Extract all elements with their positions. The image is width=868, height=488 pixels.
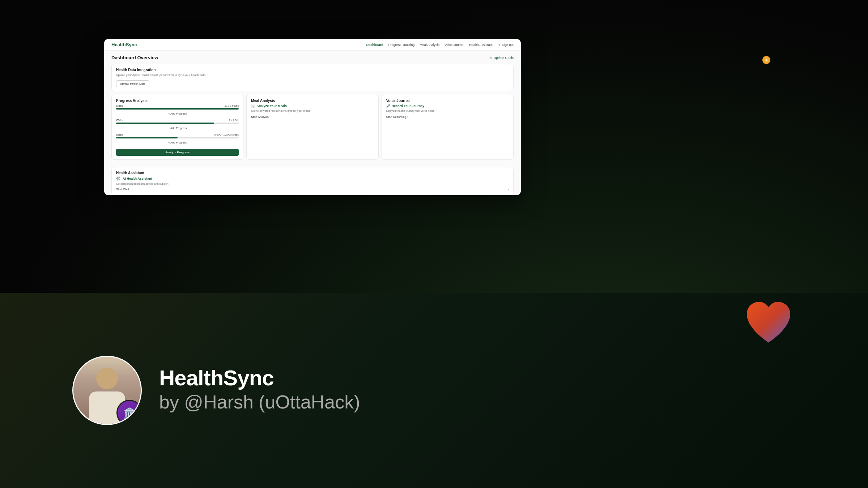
steps-bar-bg	[116, 137, 239, 138]
assistant-feature-title: AI Health Assistant	[123, 177, 152, 180]
health-assistant-card: Health Assistant 💬 AI Health Assistant G…	[111, 167, 514, 194]
steps-bar-fill	[116, 137, 178, 138]
dashboard-title: Dashboard Overview	[111, 55, 158, 60]
nav-journal[interactable]: Voice Journal	[444, 43, 464, 47]
sleep-bar-fill	[116, 108, 239, 110]
voice-journal-title: Voice Journal	[386, 99, 509, 103]
mic-icon: 🎤	[386, 104, 390, 108]
presenter-info: HealthSync by @Harsh (uOttaHack)	[159, 366, 796, 415]
steps-value: 5,000 / 10,000 steps	[214, 133, 239, 136]
heart-icon	[741, 296, 796, 351]
health-assistant-section-title: Health Assistant	[116, 171, 509, 175]
person-head	[96, 368, 118, 389]
health-data-integration-card: Health Data Integration Upload your Appl…	[111, 64, 514, 91]
voice-feature-title: Record Your Journey	[392, 104, 425, 108]
progress-analysis-card: Progress Analysis Sleep 11 / 8 hours + A…	[111, 95, 243, 160]
app-content: Dashboard Overview ✎ Update Goals Health…	[104, 51, 521, 194]
dashboard-header: Dashboard Overview ✎ Update Goals	[111, 55, 514, 60]
steps-label: Steps	[116, 133, 123, 136]
ai-icon: 💬	[116, 176, 120, 181]
water-value: 2 / 2.5 L	[229, 119, 239, 122]
upload-health-data-button[interactable]: Upload Health Data	[116, 80, 149, 87]
presenter-section: 🏛️ HealthSync by @Harsh (uOttaHack)	[0, 293, 868, 488]
three-col-grid: Progress Analysis Sleep 11 / 8 hours + A…	[111, 95, 514, 163]
water-row: Water 2 / 2.5 L	[116, 119, 239, 122]
assistant-feature-desc: Get personalized health advice and suppo…	[116, 182, 509, 185]
start-analysis-link[interactable]: Start Analysis ›	[251, 115, 374, 119]
meal-feature-header: 📊 Analyze Your Meals	[251, 104, 374, 108]
steps-add-progress[interactable]: + Add Progress	[116, 140, 239, 145]
nav-meal[interactable]: Meal Analysis	[420, 43, 439, 47]
voice-feature-desc: Log your health journey with voice notes	[386, 109, 509, 112]
voice-journal-card: Voice Journal 🎤 Record Your Journey Log …	[382, 95, 514, 160]
app-logo: HealthSync	[111, 42, 137, 47]
meal-feature-title: Analyze Your Meals	[256, 104, 287, 108]
nav-dashboard[interactable]: Dashboard	[366, 43, 383, 47]
presenter-app-name: HealthSync	[159, 366, 796, 390]
water-bar-fill	[116, 123, 214, 124]
heart-icon-container	[741, 296, 796, 351]
steps-row: Steps 5,000 / 10,000 steps	[116, 133, 239, 136]
chart-icon: 📊	[251, 104, 255, 108]
progress-analysis-title: Progress Analysis	[116, 99, 239, 103]
start-recording-link[interactable]: Start Recording ›	[386, 115, 509, 119]
meal-feature-desc: Get AI-powered nutritional insights for …	[251, 109, 374, 112]
presenter-badge: 🏛️	[116, 400, 142, 425]
presenter-avatar: 🏛️	[72, 356, 142, 425]
water-add-progress[interactable]: + Add Progress	[116, 125, 239, 131]
sleep-value: 11 / 8 hours	[225, 104, 239, 107]
arrow-right-icon-voice: ›	[407, 115, 408, 119]
health-data-title: Health Data Integration	[116, 68, 509, 72]
voice-feature-header: 🎤 Record Your Journey	[386, 104, 509, 108]
assistant-feature-header: 💬 AI Health Assistant	[116, 176, 509, 181]
user-badge: A	[762, 56, 770, 64]
app-header: HealthSync Dashboard Progress Tracking M…	[104, 39, 521, 51]
badge-building-icon: 🏛️	[123, 407, 136, 419]
avatar-group: 🏛️	[72, 356, 142, 425]
analyze-progress-button[interactable]: Analyze Progress	[116, 149, 239, 156]
update-goals-button[interactable]: ✎ Update Goals	[489, 56, 514, 60]
nav-progress[interactable]: Progress Tracking	[388, 43, 415, 47]
sleep-bar-bg	[116, 108, 239, 110]
health-data-subtitle: Upload your Apple Health export (export.…	[116, 73, 509, 77]
meal-analysis-title: Meal Analysis	[251, 99, 374, 103]
sleep-row: Sleep 11 / 8 hours	[116, 104, 239, 107]
sleep-add-progress[interactable]: + Add Progress	[116, 111, 239, 116]
pencil-icon: ✎	[489, 56, 492, 60]
chat-arrow-icon: ›	[508, 188, 509, 191]
nav-links: Dashboard Progress Tracking Meal Analysi…	[366, 43, 514, 47]
water-bar-bg	[116, 123, 239, 124]
start-chat-link[interactable]: Start Chat ›	[116, 188, 509, 191]
sleep-label: Sleep	[116, 104, 123, 107]
browser-window: HealthSync Dashboard Progress Tracking M…	[104, 39, 521, 195]
water-label: Water	[116, 119, 123, 122]
nav-signout[interactable]: ↪ Sign out	[498, 43, 514, 47]
meal-analysis-card: Meal Analysis 📊 Analyze Your Meals Get A…	[246, 95, 378, 160]
arrow-right-icon: ›	[270, 115, 271, 119]
presenter-by-label: by @Harsh (uOttaHack)	[159, 390, 796, 415]
nav-assistant[interactable]: Health Assistant	[469, 43, 493, 47]
signout-icon: ↪	[498, 43, 501, 47]
